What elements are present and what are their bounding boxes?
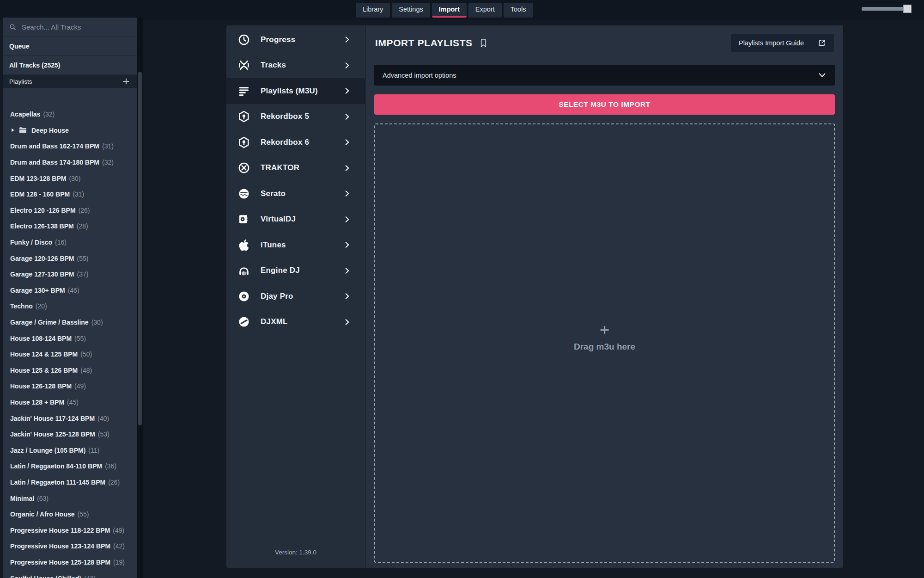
topbar-tab-label: Import <box>439 6 460 13</box>
playlist-item[interactable]: Minimal (63) <box>3 490 137 506</box>
playlist-item[interactable]: House 124 & 125 BPM (50) <box>3 346 137 363</box>
import-source-item[interactable]: DJXML <box>226 309 365 335</box>
import-source-item[interactable]: Engine DJ <box>226 258 365 284</box>
chevron-right-icon <box>343 241 351 249</box>
topbar-tab-label: Tools <box>511 6 526 13</box>
playlist-item[interactable]: Latin / Reggaeton 84-110 BPM (36) <box>3 458 137 474</box>
playlist-count: (63) <box>37 495 49 502</box>
sidebar-scrollbar[interactable] <box>137 18 143 578</box>
playlist-name: Electro 120 -126 BPM <box>10 207 76 214</box>
guide-button-label: Playlists Import Guide <box>739 39 804 47</box>
dropzone-content: + Drag m3u here <box>574 321 635 352</box>
playlist-item[interactable]: House 125 & 126 BPM (48) <box>3 363 137 379</box>
playlist-item[interactable]: EDM 123-128 BPM (30) <box>3 170 137 186</box>
import-source-item[interactable]: iTunes <box>226 232 365 258</box>
tab-import[interactable]: Import <box>432 3 467 18</box>
source-label: Djay Pro <box>261 292 293 301</box>
playlist-item[interactable]: Jackin' House 117-124 BPM (40) <box>3 410 137 426</box>
select-m3u-button[interactable]: SELECT M3U TO IMPORT <box>374 94 835 115</box>
import-source-item[interactable]: Djay Pro <box>226 283 365 309</box>
source-label: Rekordbox 6 <box>261 138 309 147</box>
tab-settings[interactable]: Settings <box>392 3 430 18</box>
playlist-item[interactable]: Garage 120-126 BPM (55) <box>3 250 137 266</box>
dropzone-label: Drag m3u here <box>574 342 635 352</box>
playlist-count: (45) <box>67 399 79 406</box>
playlist-item[interactable]: Garage / Grime / Bassline (30) <box>3 314 137 331</box>
tab-library[interactable]: Library <box>356 3 390 18</box>
m3u-dropzone[interactable]: + Drag m3u here <box>374 123 835 563</box>
playlist-count: (26) <box>79 207 90 214</box>
import-source-item[interactable]: TRAKTOR <box>226 155 365 181</box>
playlist-count: (11) <box>88 447 99 454</box>
playlist-folder[interactable]: Deep House <box>3 123 137 139</box>
search-input[interactable] <box>22 23 131 31</box>
lexicon-icon <box>237 58 251 73</box>
playlist-name: Jazz / Lounge (105 BPM) <box>10 447 85 454</box>
import-source-item[interactable]: Serato <box>226 181 365 207</box>
playlist-item[interactable]: Garage 130+ BPM (46) <box>3 283 137 299</box>
playlist-name: Organic / Afro House <box>10 510 75 518</box>
import-source-item[interactable]: VirtualDJ <box>226 207 365 233</box>
playlist-name: Drum and Bass 174-180 BPM <box>10 159 99 166</box>
topbar-tab-label: Settings <box>399 6 423 13</box>
playlist-item[interactable]: Progressive House 123-124 BPM (42) <box>3 538 137 554</box>
bookmark-icon[interactable] <box>479 38 488 48</box>
sidebar-item-queue[interactable]: Queue <box>3 37 137 56</box>
playlist-name: Electro 126-138 BPM <box>10 222 74 230</box>
playlist-item[interactable]: Organic / Afro House (55) <box>3 506 137 523</box>
playlist-item[interactable]: Acapellas (32) <box>3 106 137 123</box>
playlist-item[interactable]: Jazz / Lounge (105 BPM) (11) <box>3 442 137 458</box>
source-label: Engine DJ <box>261 266 300 275</box>
playlist-name: Progressive House 125-128 BPM <box>10 559 110 566</box>
tab-tools[interactable]: Tools <box>504 3 533 18</box>
chevron-right-icon <box>343 267 351 275</box>
playlist-item[interactable]: House 126-128 BPM (49) <box>3 378 137 394</box>
topbar: Library Settings Import Export Tools <box>0 0 924 19</box>
playlist-item[interactable]: Electro 120 -126 BPM (26) <box>3 203 137 219</box>
playlist-item[interactable]: Drum and Bass 162-174 BPM (31) <box>3 138 137 154</box>
library-sidebar: Queue All Tracks (2525) Playlists Acapel… <box>3 18 137 578</box>
playlist-count: (20) <box>36 302 47 310</box>
import-panel: IMPORT PLAYLISTS Playlists Import Guide … <box>365 25 843 568</box>
playlist-item[interactable]: Latin / Reggaeton 111-145 BPM (26) <box>3 474 137 491</box>
playlist-item[interactable]: Soulful House (Chilled) (42) <box>3 570 137 578</box>
playlist-item[interactable]: Funky / Disco (16) <box>3 234 137 251</box>
source-label: Serato <box>261 189 286 198</box>
sidebar-scrollbar-thumb[interactable] <box>138 72 142 425</box>
zoom-slider-thumb[interactable] <box>903 5 912 13</box>
playlist-item[interactable]: Garage 127-130 BPM (37) <box>3 266 137 283</box>
advanced-import-options-toggle[interactable]: Advanced import options <box>374 65 835 86</box>
playlists-section-header[interactable]: Playlists <box>3 75 137 88</box>
playlist-item[interactable]: Jackin' House 125-128 BPM (53) <box>3 426 137 443</box>
expand-triangle-icon[interactable] <box>10 128 15 133</box>
version-label: Version: 1.39.0 <box>226 549 365 556</box>
playlist-item[interactable]: Electro 126-138 BPM (28) <box>3 218 137 234</box>
djxml-icon <box>237 314 251 329</box>
import-source-item[interactable]: Tracks <box>226 53 365 79</box>
add-playlist-button[interactable] <box>122 77 131 86</box>
import-card: Progress Tracks Playlists (M3U) Rekordbo… <box>226 25 843 568</box>
page-title: IMPORT PLAYLISTS <box>375 37 473 49</box>
chevron-down-icon <box>818 71 827 80</box>
playlist-count: (28) <box>77 222 88 230</box>
playlist-item[interactable]: EDM 128 - 160 BPM (31) <box>3 186 137 203</box>
playlist-item[interactable]: Drum and Bass 174-180 BPM (32) <box>3 154 137 171</box>
search-bar <box>3 18 137 37</box>
tab-export[interactable]: Export <box>468 3 502 18</box>
playlist-item[interactable]: Techno (20) <box>3 298 137 314</box>
rekordbox-icon <box>237 135 251 150</box>
import-source-item[interactable]: Progress <box>226 27 365 53</box>
zoom-slider[interactable] <box>862 7 909 11</box>
import-source-item[interactable]: Playlists (M3U) <box>226 78 365 104</box>
sidebar-item-all-tracks[interactable]: All Tracks (2525) <box>3 56 137 75</box>
playlist-item[interactable]: Progressive House 125-128 BPM (19) <box>3 554 137 571</box>
playlist-count: (26) <box>108 479 120 486</box>
playlist-item[interactable]: House 108-124 BPM (55) <box>3 330 137 346</box>
playlist-item[interactable]: Progressive House 118-122 BPM (49) <box>3 522 137 538</box>
import-source-item[interactable]: Rekordbox 6 <box>226 129 365 155</box>
playlist-name: House 126-128 BPM <box>10 382 72 390</box>
playlist-name: Progressive House 123-124 BPM <box>10 542 110 550</box>
import-source-item[interactable]: Rekordbox 5 <box>226 104 365 130</box>
playlists-import-guide-button[interactable]: Playlists Import Guide <box>731 34 834 52</box>
playlist-item[interactable]: House 128 + BPM (45) <box>3 394 137 411</box>
